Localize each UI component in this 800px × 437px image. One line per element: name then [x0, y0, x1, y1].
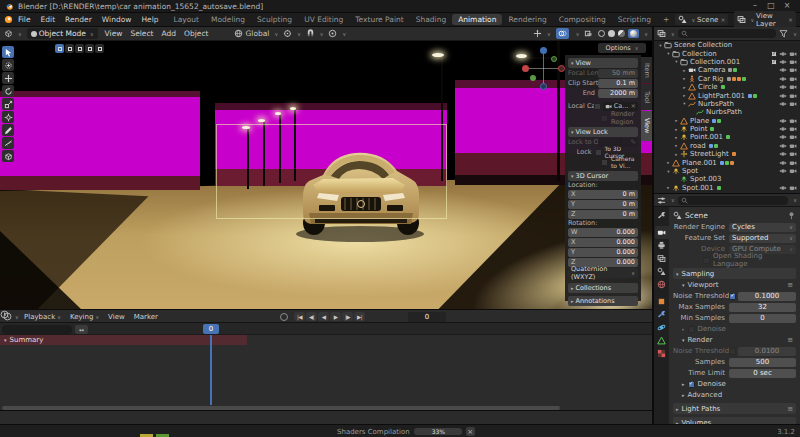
tool-option-extend[interactable] [65, 44, 74, 53]
clip-end-field[interactable]: 2000 m [598, 89, 638, 98]
focal-length-field[interactable]: 50 mm [598, 69, 638, 78]
outliner-row[interactable]: ▸Plane [654, 117, 800, 125]
cancel-progress-button[interactable]: × [466, 427, 475, 436]
collections-section-header[interactable]: ▸Collections [568, 283, 638, 293]
min-samples-field[interactable]: 0 [729, 314, 796, 323]
tool-transform-button[interactable] [2, 111, 14, 123]
street-lamp[interactable] [258, 119, 265, 122]
outliner-row[interactable]: ▸road [654, 142, 800, 150]
properties-options-icon[interactable]: ∨ [793, 197, 797, 203]
timeline-menu-view[interactable]: View [108, 313, 125, 321]
expand-icon[interactable]: ▸ [665, 185, 672, 190]
menu-help[interactable]: Help [136, 15, 163, 24]
cursor-rotation-y-field[interactable]: Y0.000 [568, 248, 638, 257]
local-camera-checkbox[interactable] [594, 103, 601, 110]
n-panel-tab-tool[interactable]: Tool [641, 84, 652, 110]
editor-type-button[interactable]: ∨ [3, 312, 19, 321]
visibility-checkbox[interactable]: ✓ [771, 59, 777, 65]
time-limit-field[interactable]: 0 sec [729, 369, 796, 378]
cursor-rotation-x-field[interactable]: X0.000 [568, 238, 638, 247]
workspace-tab-+[interactable]: + [657, 14, 675, 25]
next-keyframe-button[interactable]: |▶ [342, 312, 353, 321]
tool-rotate-button[interactable] [2, 85, 14, 97]
noise-threshold-field[interactable]: 0.1000 [738, 292, 796, 301]
cursor-location-y-field[interactable]: Y0 m [568, 200, 638, 209]
subsection-denoise[interactable]: ▸Denoise [673, 324, 796, 334]
workspace-tab-rendering[interactable]: Rendering [502, 14, 552, 25]
expand-icon[interactable]: ▾ [665, 51, 672, 56]
tool-scale-button[interactable] [2, 98, 14, 110]
outliner-row[interactable]: ▾NurbsPath [654, 100, 800, 108]
expand-icon[interactable]: ▸ [673, 143, 680, 148]
outliner-row[interactable]: ▾Scene Collection [654, 41, 800, 49]
outliner-row[interactable]: ▸Circle [654, 83, 800, 91]
timeline-menu-keying[interactable]: Keying∨ [70, 313, 99, 321]
properties-editor-icon[interactable] [657, 196, 666, 205]
noise-threshold-field[interactable]: 0.0100 [738, 347, 796, 356]
subsection-advanced[interactable]: ▸Advanced [673, 390, 796, 400]
subsection-render[interactable]: ▾Render≡ [673, 335, 796, 345]
view-lock-section-header[interactable]: ▾View Lock [568, 127, 638, 137]
expand-icon[interactable]: ▾ [681, 101, 688, 106]
outliner-search-input[interactable] [678, 29, 777, 38]
dopesheet-channels[interactable]: ▾Summary [0, 335, 652, 405]
tool-add-cube-button[interactable] [2, 150, 14, 162]
play-button[interactable]: ▶ [330, 312, 341, 321]
unlink-view-layer-icon[interactable]: × [788, 16, 793, 23]
visibility-checkbox[interactable]: ✓ [771, 51, 777, 57]
outliner-row[interactable]: ▸LightPart.001 [654, 91, 800, 99]
properties-tab-world[interactable] [655, 278, 669, 291]
rendered-shading-button[interactable] [628, 29, 639, 38]
lock-to-3d-cursor-checkbox[interactable] [595, 149, 602, 156]
viewport-menu-view[interactable]: View [103, 29, 125, 38]
tool-option-intersect[interactable] [95, 44, 104, 53]
cursor-location-z-field[interactable]: Z0 m [568, 210, 638, 219]
noise-threshold-checkbox[interactable] [729, 348, 736, 355]
properties-tab-object-data[interactable] [655, 334, 669, 347]
outliner-row[interactable]: ▸Point.001 [654, 133, 800, 141]
workspace-tab-compositing[interactable]: Compositing [553, 14, 612, 25]
material-shading-button[interactable] [618, 30, 625, 37]
snapping-toggle[interactable]: ∨ [306, 29, 324, 38]
workspace-tab-modeling[interactable]: Modeling [205, 14, 251, 25]
viewport-menu-select[interactable]: Select [128, 29, 155, 38]
outliner-row[interactable]: Spot.003 [654, 175, 800, 183]
expand-icon[interactable]: ▸ [665, 160, 672, 165]
outliner-row[interactable]: ▸Camera [654, 66, 800, 74]
properties-tab-object[interactable] [655, 295, 669, 308]
tool-measure-button[interactable] [2, 137, 14, 149]
section-volumes[interactable]: ▸Volumes [673, 417, 796, 424]
play-reverse-button[interactable]: ◀ [318, 312, 329, 321]
outliner-row[interactable]: ▸Car Rig [654, 75, 800, 83]
properties-search-input[interactable] [678, 196, 789, 205]
n-panel-tab-view[interactable]: View [641, 111, 652, 141]
current-frame-indicator[interactable]: 0 [203, 324, 219, 334]
menu-render[interactable]: Render [60, 15, 97, 24]
pivot-point-dropdown[interactable]: ∨ [283, 29, 301, 38]
cursor-section-header[interactable]: ▾3D Cursor [568, 171, 638, 181]
properties-tab-render[interactable] [655, 226, 669, 239]
filter-icon[interactable] [779, 29, 788, 38]
workspace-tab-uv-editing[interactable]: UV Editing [298, 14, 349, 25]
render-region-checkbox[interactable] [601, 115, 608, 122]
expand-icon[interactable]: ▸ [673, 152, 680, 157]
jump-end-button[interactable]: ▶| [354, 312, 365, 321]
street-lamp[interactable] [275, 112, 281, 115]
section-sampling[interactable]: ▾Sampling [673, 268, 796, 279]
tool-option-tweak-select[interactable] [55, 44, 64, 53]
camera-to-view-checkbox[interactable] [601, 159, 608, 166]
blender-menu-icon[interactable] [4, 15, 13, 24]
subsection-denoise[interactable]: ▸✓Denoise [673, 379, 796, 389]
expand-icon[interactable]: ▾ [657, 43, 664, 48]
denoise-checkbox[interactable]: ✓ [688, 381, 695, 388]
solid-shading-button[interactable] [608, 30, 615, 37]
tool-tweak-button[interactable] [2, 46, 14, 58]
tool-option-subtract[interactable] [75, 44, 84, 53]
expand-icon[interactable]: ▸ [681, 93, 688, 98]
dopesheet-search-input[interactable] [2, 325, 72, 334]
outliner-row[interactable]: NurbsPath [654, 108, 800, 116]
wireframe-shading-button[interactable] [598, 30, 605, 37]
options-button[interactable]: Options∨ [598, 43, 646, 53]
expand-icon[interactable]: ▸ [681, 76, 688, 81]
lock-to-object-field[interactable]: ✎ [598, 138, 638, 147]
